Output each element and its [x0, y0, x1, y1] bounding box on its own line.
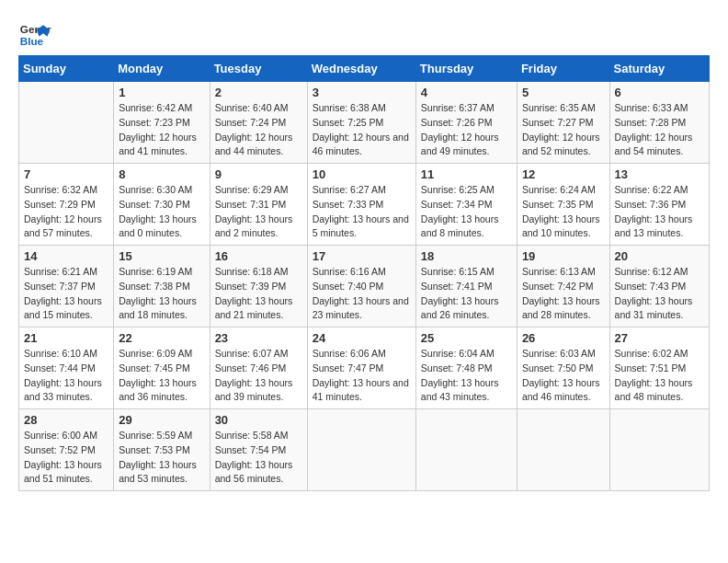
calendar-cell: 3Sunrise: 6:38 AMSunset: 7:25 PMDaylight… — [307, 82, 415, 164]
day-number: 9 — [215, 167, 302, 181]
week-row-1: 1Sunrise: 6:42 AMSunset: 7:23 PMDaylight… — [19, 82, 710, 164]
day-number: 1 — [119, 86, 204, 99]
calendar-cell: 26Sunrise: 6:03 AMSunset: 7:50 PMDayligh… — [517, 327, 609, 409]
calendar-cell: 10Sunrise: 6:27 AMSunset: 7:33 PMDayligh… — [307, 164, 415, 246]
day-number: 20 — [615, 249, 704, 263]
day-info: Sunrise: 6:30 AMSunset: 7:30 PMDaylight:… — [119, 183, 204, 241]
calendar-cell: 5Sunrise: 6:35 AMSunset: 7:27 PMDaylight… — [517, 82, 609, 164]
day-number: 15 — [119, 249, 204, 263]
day-number: 24 — [313, 331, 411, 345]
calendar-cell: 20Sunrise: 6:12 AMSunset: 7:43 PMDayligh… — [609, 246, 709, 327]
week-row-5: 28Sunrise: 6:00 AMSunset: 7:52 PMDayligh… — [19, 409, 710, 491]
calendar-cell: 24Sunrise: 6:06 AMSunset: 7:47 PMDayligh… — [307, 327, 415, 409]
day-info: Sunrise: 6:40 AMSunset: 7:24 PMDaylight:… — [215, 101, 302, 159]
calendar-cell — [307, 409, 415, 491]
calendar-cell — [415, 409, 517, 491]
day-info: Sunrise: 6:02 AMSunset: 7:51 PMDaylight:… — [615, 347, 704, 405]
day-info: Sunrise: 6:03 AMSunset: 7:50 PMDaylight:… — [522, 347, 605, 405]
calendar-cell: 9Sunrise: 6:29 AMSunset: 7:31 PMDaylight… — [210, 164, 307, 246]
logo-icon: General Blue — [18, 18, 51, 52]
week-row-3: 14Sunrise: 6:21 AMSunset: 7:37 PMDayligh… — [19, 246, 710, 327]
week-row-4: 21Sunrise: 6:10 AMSunset: 7:44 PMDayligh… — [19, 327, 710, 409]
day-info: Sunrise: 6:37 AMSunset: 7:26 PMDaylight:… — [421, 101, 512, 159]
weekday-header-sunday: Sunday — [19, 56, 114, 82]
day-info: Sunrise: 6:13 AMSunset: 7:42 PMDaylight:… — [522, 265, 605, 323]
day-number: 2 — [215, 86, 302, 99]
day-number: 27 — [615, 331, 704, 345]
svg-text:Blue: Blue — [20, 35, 44, 47]
calendar-cell — [609, 409, 709, 491]
calendar-cell: 4Sunrise: 6:37 AMSunset: 7:26 PMDaylight… — [415, 82, 517, 164]
day-number: 13 — [615, 167, 704, 181]
day-info: Sunrise: 6:38 AMSunset: 7:25 PMDaylight:… — [313, 101, 411, 159]
day-number: 17 — [313, 249, 411, 263]
day-info: Sunrise: 5:58 AMSunset: 7:54 PMDaylight:… — [215, 429, 302, 487]
calendar-cell: 15Sunrise: 6:19 AMSunset: 7:38 PMDayligh… — [114, 246, 210, 327]
day-info: Sunrise: 6:19 AMSunset: 7:38 PMDaylight:… — [119, 265, 204, 323]
day-number: 8 — [119, 167, 204, 181]
calendar-cell: 6Sunrise: 6:33 AMSunset: 7:28 PMDaylight… — [609, 82, 709, 164]
day-number: 21 — [24, 331, 108, 345]
day-number: 18 — [421, 249, 512, 263]
day-number: 7 — [24, 167, 108, 181]
day-number: 22 — [119, 331, 204, 345]
calendar-cell: 11Sunrise: 6:25 AMSunset: 7:34 PMDayligh… — [415, 164, 517, 246]
calendar-cell: 7Sunrise: 6:32 AMSunset: 7:29 PMDaylight… — [19, 164, 114, 246]
calendar-cell: 25Sunrise: 6:04 AMSunset: 7:48 PMDayligh… — [415, 327, 517, 409]
day-number: 29 — [119, 413, 204, 427]
calendar-table: SundayMondayTuesdayWednesdayThursdayFrid… — [18, 55, 710, 491]
day-info: Sunrise: 6:22 AMSunset: 7:36 PMDaylight:… — [615, 183, 704, 241]
calendar-cell — [19, 82, 114, 164]
day-number: 28 — [24, 413, 108, 427]
day-info: Sunrise: 6:04 AMSunset: 7:48 PMDaylight:… — [421, 347, 512, 405]
calendar-cell: 1Sunrise: 6:42 AMSunset: 7:23 PMDaylight… — [114, 82, 210, 164]
day-info: Sunrise: 6:35 AMSunset: 7:27 PMDaylight:… — [522, 101, 605, 159]
day-number: 3 — [313, 86, 411, 99]
day-number: 14 — [24, 249, 108, 263]
day-info: Sunrise: 6:27 AMSunset: 7:33 PMDaylight:… — [313, 183, 411, 241]
day-info: Sunrise: 6:10 AMSunset: 7:44 PMDaylight:… — [24, 347, 108, 405]
weekday-header-friday: Friday — [517, 56, 609, 82]
calendar-cell: 23Sunrise: 6:07 AMSunset: 7:46 PMDayligh… — [210, 327, 307, 409]
day-info: Sunrise: 6:24 AMSunset: 7:35 PMDaylight:… — [522, 183, 605, 241]
day-info: Sunrise: 6:33 AMSunset: 7:28 PMDaylight:… — [615, 101, 704, 159]
day-number: 25 — [421, 331, 512, 345]
calendar-cell: 12Sunrise: 6:24 AMSunset: 7:35 PMDayligh… — [517, 164, 609, 246]
calendar-cell: 21Sunrise: 6:10 AMSunset: 7:44 PMDayligh… — [19, 327, 114, 409]
day-number: 26 — [522, 331, 605, 345]
day-info: Sunrise: 6:25 AMSunset: 7:34 PMDaylight:… — [421, 183, 512, 241]
calendar-cell: 18Sunrise: 6:15 AMSunset: 7:41 PMDayligh… — [415, 246, 517, 327]
day-info: Sunrise: 6:15 AMSunset: 7:41 PMDaylight:… — [421, 265, 512, 323]
header: General Blue — [18, 18, 710, 52]
day-number: 30 — [215, 413, 302, 427]
calendar-cell — [517, 409, 609, 491]
calendar-cell: 19Sunrise: 6:13 AMSunset: 7:42 PMDayligh… — [517, 246, 609, 327]
day-info: Sunrise: 6:42 AMSunset: 7:23 PMDaylight:… — [119, 101, 204, 159]
day-number: 19 — [522, 249, 605, 263]
day-info: Sunrise: 6:21 AMSunset: 7:37 PMDaylight:… — [24, 265, 108, 323]
day-info: Sunrise: 5:59 AMSunset: 7:53 PMDaylight:… — [119, 429, 204, 487]
weekday-header-thursday: Thursday — [415, 56, 517, 82]
calendar-cell: 13Sunrise: 6:22 AMSunset: 7:36 PMDayligh… — [609, 164, 709, 246]
day-info: Sunrise: 6:29 AMSunset: 7:31 PMDaylight:… — [215, 183, 302, 241]
weekday-header-row: SundayMondayTuesdayWednesdayThursdayFrid… — [19, 56, 710, 82]
weekday-header-tuesday: Tuesday — [210, 56, 307, 82]
day-info: Sunrise: 6:16 AMSunset: 7:40 PMDaylight:… — [313, 265, 411, 323]
weekday-header-wednesday: Wednesday — [307, 56, 415, 82]
weekday-header-monday: Monday — [114, 56, 210, 82]
calendar-cell: 29Sunrise: 5:59 AMSunset: 7:53 PMDayligh… — [114, 409, 210, 491]
day-info: Sunrise: 6:32 AMSunset: 7:29 PMDaylight:… — [24, 183, 108, 241]
calendar-cell: 28Sunrise: 6:00 AMSunset: 7:52 PMDayligh… — [19, 409, 114, 491]
calendar-cell: 2Sunrise: 6:40 AMSunset: 7:24 PMDaylight… — [210, 82, 307, 164]
calendar-cell: 8Sunrise: 6:30 AMSunset: 7:30 PMDaylight… — [114, 164, 210, 246]
calendar-cell: 16Sunrise: 6:18 AMSunset: 7:39 PMDayligh… — [210, 246, 307, 327]
calendar-cell: 27Sunrise: 6:02 AMSunset: 7:51 PMDayligh… — [609, 327, 709, 409]
day-number: 16 — [215, 249, 302, 263]
logo: General Blue — [18, 18, 51, 52]
calendar-cell: 17Sunrise: 6:16 AMSunset: 7:40 PMDayligh… — [307, 246, 415, 327]
weekday-header-saturday: Saturday — [609, 56, 709, 82]
day-number: 23 — [215, 331, 302, 345]
day-info: Sunrise: 6:06 AMSunset: 7:47 PMDaylight:… — [313, 347, 411, 405]
day-info: Sunrise: 6:18 AMSunset: 7:39 PMDaylight:… — [215, 265, 302, 323]
day-info: Sunrise: 6:07 AMSunset: 7:46 PMDaylight:… — [215, 347, 302, 405]
